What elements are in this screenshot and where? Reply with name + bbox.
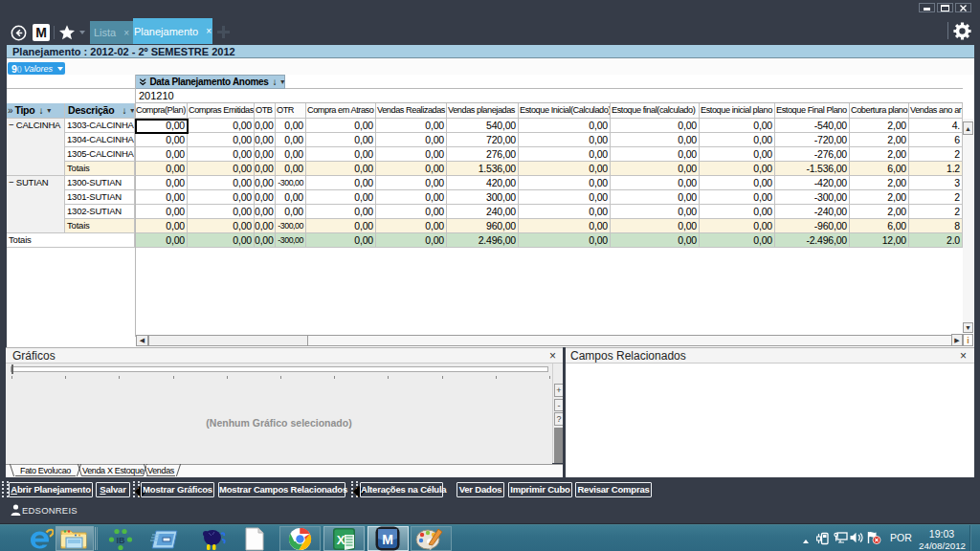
- svg-text:M: M: [382, 532, 393, 547]
- svg-text:X: X: [337, 533, 345, 547]
- svg-text:IB: IB: [117, 536, 126, 545]
